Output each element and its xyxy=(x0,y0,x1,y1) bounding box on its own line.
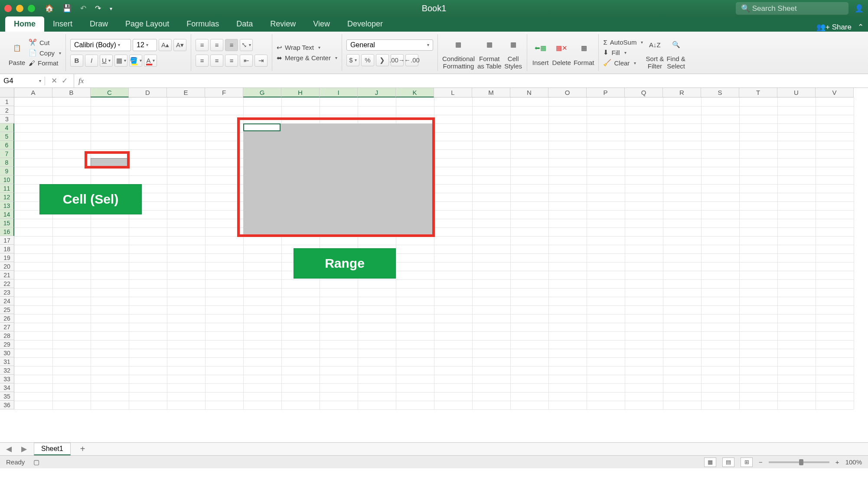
column-header-V[interactable]: V xyxy=(816,88,854,97)
row-header-19[interactable]: 19 xyxy=(0,253,14,262)
column-header-L[interactable]: L xyxy=(434,88,472,97)
bold-button[interactable]: B xyxy=(70,55,83,67)
row-header-21[interactable]: 21 xyxy=(0,271,14,279)
fill-color-button[interactable]: 🪣▾ xyxy=(129,55,142,67)
wrap-text-button[interactable]: ↩ Wrap Text ▾ xyxy=(277,44,337,52)
font-color-button[interactable]: A▾ xyxy=(144,55,157,67)
row-header-3[interactable]: 3 xyxy=(0,115,14,123)
row-header-32[interactable]: 32 xyxy=(0,366,14,375)
tab-home[interactable]: Home xyxy=(5,16,44,32)
page-layout-view-button[interactable]: ▤ xyxy=(722,457,734,467)
column-header-F[interactable]: F xyxy=(205,88,243,97)
cell-styles-button[interactable]: ▦Cell Styles xyxy=(504,36,522,70)
row-header-9[interactable]: 9 xyxy=(0,167,14,175)
cut-button[interactable]: ✂️ Cut xyxy=(29,39,61,46)
share-button[interactable]: 👥+ Share xyxy=(816,23,852,32)
autosum-button[interactable]: Σ AutoSum ▾ xyxy=(603,39,643,46)
home-icon[interactable]: 🏠 xyxy=(45,4,54,13)
row-header-11[interactable]: 11 xyxy=(0,184,14,193)
add-sheet-button[interactable]: + xyxy=(75,442,91,456)
align-right-button[interactable]: ≡ xyxy=(225,55,238,67)
format-as-table-button[interactable]: ▦Format as Table xyxy=(477,36,502,70)
tab-view[interactable]: View xyxy=(304,16,339,32)
row-header-15[interactable]: 15 xyxy=(0,219,14,227)
zoom-in-button[interactable]: + xyxy=(835,458,839,466)
user-icon[interactable]: 👤 xyxy=(855,4,864,13)
column-header-Q[interactable]: Q xyxy=(625,88,663,97)
normal-view-button[interactable]: ▦ xyxy=(704,457,716,467)
select-all-corner[interactable] xyxy=(0,88,14,97)
column-header-R[interactable]: R xyxy=(663,88,701,97)
tab-formulas[interactable]: Formulas xyxy=(178,16,228,32)
decrease-indent-button[interactable]: ⇤ xyxy=(240,55,253,67)
row-header-33[interactable]: 33 xyxy=(0,375,14,383)
sheet-nav-prev-icon[interactable]: ◀ xyxy=(3,444,14,454)
name-box[interactable]: G4▾ xyxy=(0,77,45,85)
increase-decimal-button[interactable]: .00→ xyxy=(391,54,404,66)
underline-button[interactable]: U▾ xyxy=(100,55,113,67)
delete-cells-button[interactable]: ▦✕Delete xyxy=(552,39,571,66)
zoom-slider[interactable] xyxy=(769,461,829,463)
save-icon[interactable]: 💾 xyxy=(62,4,72,13)
percent-button[interactable]: % xyxy=(361,54,374,66)
paste-button[interactable]: 📋 Paste xyxy=(8,39,26,66)
row-header-4[interactable]: 4 xyxy=(0,123,14,132)
tab-data[interactable]: Data xyxy=(228,16,261,32)
sheet-tab-1[interactable]: Sheet1 xyxy=(34,443,71,455)
italic-button[interactable]: I xyxy=(85,55,98,67)
orientation-button[interactable]: ⤡▾ xyxy=(240,39,253,51)
insert-cells-button[interactable]: ⬅▦Insert xyxy=(532,39,550,66)
align-middle-button[interactable]: ≡ xyxy=(210,39,223,51)
zoom-out-button[interactable]: − xyxy=(759,458,763,466)
row-header-28[interactable]: 28 xyxy=(0,331,14,340)
row-header-5[interactable]: 5 xyxy=(0,132,14,141)
column-header-A[interactable]: A xyxy=(14,88,52,97)
enter-formula-icon[interactable]: ✓ xyxy=(62,76,68,85)
find-select-button[interactable]: 🔍Find & Select xyxy=(666,36,685,70)
tab-developer[interactable]: Developer xyxy=(339,16,392,32)
column-header-H[interactable]: H xyxy=(281,88,320,97)
tab-insert[interactable]: Insert xyxy=(44,16,81,32)
zoom-window-button[interactable] xyxy=(28,5,35,12)
row-header-1[interactable]: 1 xyxy=(0,97,14,106)
row-header-27[interactable]: 27 xyxy=(0,323,14,331)
align-left-button[interactable]: ≡ xyxy=(196,55,209,67)
sheet-nav-next-icon[interactable]: ▶ xyxy=(19,444,29,454)
column-header-G[interactable]: G xyxy=(243,88,281,97)
merge-center-button[interactable]: ⬌ Merge & Center ▾ xyxy=(277,54,337,62)
close-window-button[interactable] xyxy=(4,5,12,12)
row-header-7[interactable]: 7 xyxy=(0,149,14,158)
row-header-10[interactable]: 10 xyxy=(0,175,14,184)
row-header-30[interactable]: 30 xyxy=(0,349,14,357)
fx-icon[interactable]: fx xyxy=(74,77,84,85)
align-bottom-button[interactable]: ≡ xyxy=(225,39,238,51)
tab-draw[interactable]: Draw xyxy=(81,16,117,32)
redo-icon[interactable]: ↷ xyxy=(95,4,101,13)
font-size-combo[interactable]: 12▾ xyxy=(133,39,157,51)
decrease-decimal-button[interactable]: ←.00 xyxy=(405,54,418,66)
row-header-8[interactable]: 8 xyxy=(0,158,14,167)
row-header-22[interactable]: 22 xyxy=(0,279,14,288)
conditional-formatting-button[interactable]: ▦Conditional Formatting xyxy=(442,36,475,70)
row-header-36[interactable]: 36 xyxy=(0,401,14,409)
tab-review[interactable]: Review xyxy=(261,16,304,32)
minimize-window-button[interactable] xyxy=(16,5,23,12)
column-header-B[interactable]: B xyxy=(52,88,91,97)
column-header-U[interactable]: U xyxy=(777,88,816,97)
row-header-29[interactable]: 29 xyxy=(0,340,14,349)
increase-indent-button[interactable]: ⇥ xyxy=(255,55,268,67)
row-header-35[interactable]: 35 xyxy=(0,392,14,401)
column-header-C[interactable]: C xyxy=(91,88,129,97)
decrease-font-button[interactable]: A▾ xyxy=(173,39,186,51)
undo-icon[interactable]: ↶ xyxy=(80,4,86,13)
font-name-combo[interactable]: Calibri (Body)▾ xyxy=(70,39,131,51)
row-header-24[interactable]: 24 xyxy=(0,297,14,305)
column-header-K[interactable]: K xyxy=(396,88,434,97)
collapse-ribbon-icon[interactable]: ⌃ xyxy=(858,23,864,32)
clear-button[interactable]: 🧹 Clear ▾ xyxy=(603,59,643,67)
row-header-18[interactable]: 18 xyxy=(0,245,14,253)
spreadsheet-grid[interactable]: ABCDEFGHIJKLMNOPQRSTUV 12345678910111213… xyxy=(0,88,868,442)
format-painter-button[interactable]: 🖌 Format xyxy=(29,59,61,67)
row-header-25[interactable]: 25 xyxy=(0,305,14,314)
increase-font-button[interactable]: A▴ xyxy=(159,39,172,51)
